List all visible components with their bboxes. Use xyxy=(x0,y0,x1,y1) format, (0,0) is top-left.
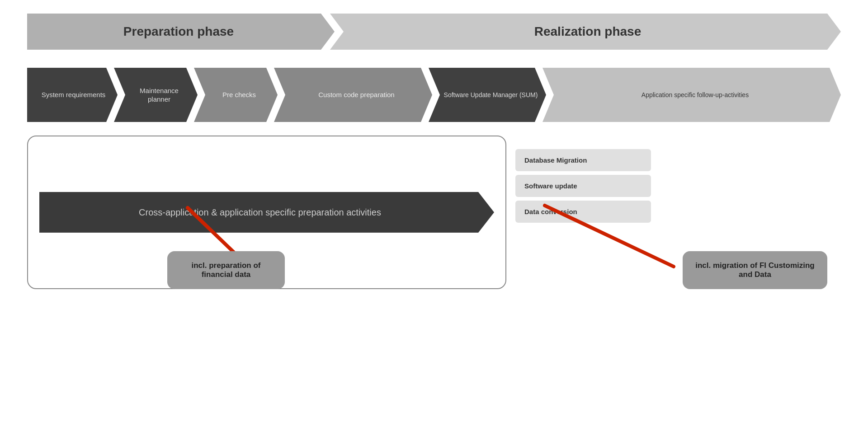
proc-arrow-prechecks: Pre checks xyxy=(194,68,278,122)
sub-box-db-migration: Database Migration xyxy=(515,149,651,171)
proc-label-maint: Maintenance planner xyxy=(127,86,191,104)
prep-phase-label: Preparation phase xyxy=(123,24,234,39)
proc-arrow-sysreq: System requirements xyxy=(27,68,118,122)
sub-panel: Database Migration Software update Data … xyxy=(515,136,651,289)
real-phase-arrow: Realization phase xyxy=(330,14,841,50)
proc-label-sysreq: System requirements xyxy=(42,90,106,99)
proc-label-sum: Software Update Manager (SUM) xyxy=(444,91,538,99)
sub-box-data-conv: Data conversion xyxy=(515,201,651,223)
tooltip-right: incl. migration of FI Customizing and Da… xyxy=(683,251,827,289)
proc-arrow-sum: Software Update Manager (SUM) xyxy=(429,68,546,122)
proc-arrow-customcode: Custom code preparation xyxy=(274,68,432,122)
sub-box-db-label: Database Migration xyxy=(524,156,587,164)
tooltip-left: incl. preparation of financial data xyxy=(167,251,285,289)
sub-box-sw-label: Software update xyxy=(524,182,577,190)
tooltip-left-label: incl. preparation of financial data xyxy=(191,261,260,279)
proc-arrow-followup: Application specific follow-up-activitie… xyxy=(542,68,841,122)
tooltip-right-label: incl. migration of FI Customizing and Da… xyxy=(695,261,815,279)
real-phase-label: Realization phase xyxy=(534,24,642,39)
sub-box-dc-label: Data conversion xyxy=(524,208,577,215)
proc-label-followup: Application specific follow-up-activitie… xyxy=(642,91,749,99)
proc-label-customcode: Custom code preparation xyxy=(318,90,394,99)
middle-section: Cross-application & application specific… xyxy=(27,136,841,289)
proc-label-prechecks: Pre checks xyxy=(222,90,256,99)
proc-arrow-maint: Maintenance planner xyxy=(114,68,198,122)
prep-phase-arrow: Preparation phase xyxy=(27,14,335,50)
big-arrow-label: Cross-application & application specific… xyxy=(139,207,381,218)
main-container: Preparation phase Realization phase Syst… xyxy=(0,0,868,426)
sub-box-sw-update: Software update xyxy=(515,175,651,197)
phase-banner: Preparation phase Realization phase xyxy=(27,14,841,50)
process-row: System requirements Maintenance planner … xyxy=(27,68,841,122)
big-arrow-inner: Cross-application & application specific… xyxy=(39,192,494,233)
